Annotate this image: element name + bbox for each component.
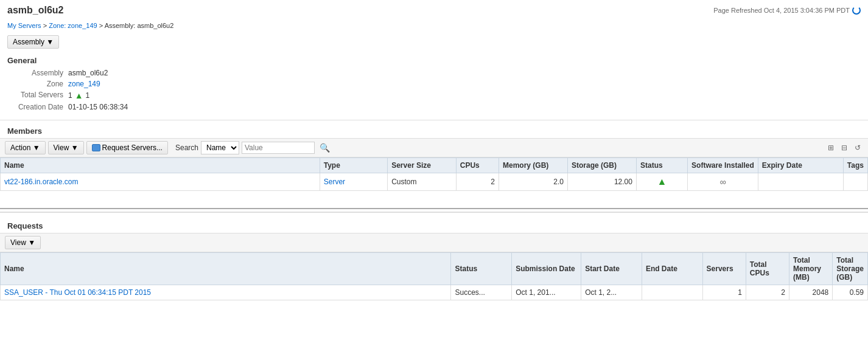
refresh-text: Page Refreshed Oct 4, 2015 3:04:36 PM PD… (713, 7, 850, 14)
col-header-storage: Storage (GB) (568, 158, 637, 173)
req-cpus-cell: 2 (746, 285, 789, 300)
refresh-icon[interactable] (852, 6, 861, 15)
total-servers-label: Total Servers (7, 91, 68, 100)
requests-table: Name Status Submission Date Start Date E… (0, 252, 868, 300)
req-col-header-enddate: End Date (642, 253, 702, 285)
member-name-link[interactable]: vt22-186.in.oracle.com (4, 178, 78, 186)
req-subdate-cell: Oct 1, 201... (512, 285, 581, 300)
requests-table-header-row: Name Status Submission Date Start Date E… (1, 253, 868, 285)
member-memory-cell: 2.0 (499, 173, 568, 191)
member-tags-cell (843, 173, 867, 191)
assembly-row: Assembly asmb_ol6u2 (7, 67, 861, 78)
req-servers-cell: 1 (702, 285, 746, 300)
req-col-header-storage: Total Storage (GB) (833, 253, 868, 285)
assembly-menu-area: Assembly ▼ (0, 33, 868, 51)
col-header-software: Software Installed (688, 158, 758, 173)
assembly-menu-button[interactable]: Assembly ▼ (7, 35, 59, 49)
creation-date-value: 01-10-15 06:38:34 (68, 103, 128, 111)
req-status-cell: Succes... (451, 285, 512, 300)
search-filter-select[interactable]: Name Type (201, 141, 239, 154)
req-startdate-cell: Oct 1, 2... (581, 285, 642, 300)
general-section: Assembly asmb_ol6u2 Zone zone_149 Total … (0, 67, 868, 117)
assembly-value: asmb_ol6u2 (68, 69, 108, 77)
search-label: Search (175, 143, 198, 152)
requests-toolbar: View ▼ (0, 233, 868, 252)
req-col-header-servers: Servers (702, 253, 746, 285)
search-button[interactable]: 🔍 (317, 142, 332, 154)
creation-date-label: Creation Date (7, 103, 68, 111)
assembly-label: Assembly (7, 69, 68, 77)
members-table: Name Type Server Size CPUs Memory (GB) S… (0, 157, 868, 191)
view-button[interactable]: View ▼ (48, 141, 84, 154)
req-storage-cell: 0.59 (833, 285, 868, 300)
members-title: Members (0, 123, 868, 138)
members-section: Members Action ▼ View ▼ Request Servers.… (0, 123, 868, 196)
software-infinity: ∞ (719, 177, 726, 187)
member-name-cell: vt22-186.in.oracle.com (1, 173, 320, 191)
servers-up-count: 1 (86, 91, 90, 100)
req-col-header-name: Name (1, 253, 451, 285)
req-col-header-subdate: Submission Date (512, 253, 581, 285)
col-header-name: Name (1, 158, 320, 173)
breadcrumb: My Servers > Zone: zone_149 > Assembly: … (0, 21, 868, 33)
member-type-cell: Server (320, 173, 387, 191)
action-button[interactable]: Action ▼ (5, 141, 46, 154)
col-header-memory: Memory (GB) (499, 158, 568, 173)
breadcrumb-my-servers[interactable]: My Servers (7, 22, 41, 29)
member-status-cell: ▲ (636, 173, 687, 191)
request-servers-icon (92, 144, 100, 151)
col-header-expiry: Expiry Date (758, 158, 843, 173)
zone-label: Zone (7, 80, 68, 88)
servers-up-arrow: ▲ (75, 91, 83, 100)
col-header-cpus: CPUs (456, 158, 499, 173)
member-type-link[interactable]: Server (324, 178, 345, 186)
general-section-title: General (0, 51, 868, 67)
creation-date-row: Creation Date 01-10-15 06:38:34 (7, 102, 861, 112)
req-name-cell: SSA_USER - Thu Oct 01 06:34:15 PDT 2015 (1, 285, 451, 300)
section-divider (0, 120, 868, 120)
sort-icon-1[interactable]: ⊞ (825, 142, 836, 153)
member-cpus-cell: 2 (456, 173, 499, 191)
page-title: asmb_ol6u2 (7, 5, 63, 16)
table-row: vt22-186.in.oracle.com Server Custom 2 2… (1, 173, 868, 191)
breadcrumb-assembly: Assembly: asmb_ol6u2 (105, 22, 174, 29)
requests-section: Requests View ▼ Name Status Submission D… (0, 212, 868, 300)
col-header-type: Type (320, 158, 387, 173)
member-expiry-cell (758, 173, 843, 191)
requests-divider (0, 208, 868, 209)
page-header: asmb_ol6u2 Page Refreshed Oct 4, 2015 3:… (0, 0, 868, 21)
req-col-header-cpus: Total CPUs (746, 253, 789, 285)
member-size-cell: Custom (388, 173, 457, 191)
col-header-tags: Tags (843, 158, 867, 173)
requests-title: Requests (0, 218, 868, 233)
breadcrumb-zone[interactable]: Zone: zone_149 (49, 22, 97, 29)
total-servers-value: 1 ▲ 1 (68, 91, 89, 100)
table-row: SSA_USER - Thu Oct 01 06:34:15 PDT 2015 … (1, 285, 868, 300)
req-memory-cell: 2048 (789, 285, 833, 300)
members-table-header-row: Name Type Server Size CPUs Memory (GB) S… (1, 158, 868, 173)
member-storage-cell: 12.00 (568, 173, 637, 191)
req-col-header-memory: Total Memory (MB) (789, 253, 833, 285)
requests-table-wrap: Name Status Submission Date Start Date E… (0, 252, 868, 300)
zone-value: zone_149 (68, 80, 100, 88)
req-name-link[interactable]: SSA_USER - Thu Oct 01 06:34:15 PDT 2015 (4, 288, 151, 297)
servers-count: 1 (68, 91, 72, 100)
status-up-icon: ▲ (657, 176, 667, 187)
members-toolbar: Action ▼ View ▼ Request Servers... Searc… (0, 138, 868, 157)
search-value-input[interactable] (242, 142, 315, 154)
request-servers-button[interactable]: Request Servers... (86, 141, 168, 154)
col-header-size: Server Size (388, 158, 457, 173)
requests-view-button[interactable]: View ▼ (5, 236, 41, 249)
page-refresh-info: Page Refreshed Oct 4, 2015 3:04:36 PM PD… (713, 6, 861, 15)
sort-icon-2[interactable]: ⊟ (839, 142, 850, 153)
zone-row: Zone zone_149 (7, 78, 861, 89)
zone-link[interactable]: zone_149 (68, 80, 100, 88)
req-enddate-cell (642, 285, 702, 300)
member-software-cell: ∞ (688, 173, 758, 191)
members-table-wrap: Name Type Server Size CPUs Memory (GB) S… (0, 157, 868, 191)
col-header-status: Status (636, 158, 687, 173)
req-col-header-status: Status (451, 253, 512, 285)
req-col-header-startdate: Start Date (581, 253, 642, 285)
total-servers-row: Total Servers 1 ▲ 1 (7, 89, 861, 102)
sort-icon-3[interactable]: ↺ (852, 142, 863, 153)
